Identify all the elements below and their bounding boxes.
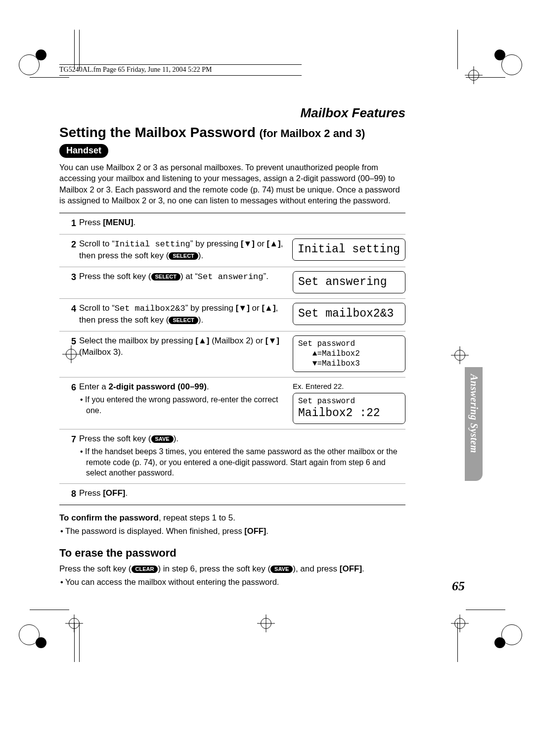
step-5: 5 Select the mailbox by pressing [▲] (Ma… bbox=[59, 331, 405, 378]
step-4: 4 Scroll to “Set mailbox2&3” by pressing… bbox=[59, 299, 405, 331]
text: , repeat steps 1 to 5. bbox=[159, 513, 235, 522]
text: Press bbox=[79, 218, 103, 227]
text: . bbox=[134, 218, 136, 227]
text-bold: 2-digit password (00–99) bbox=[109, 382, 207, 391]
lcd-line: Set password bbox=[298, 396, 400, 406]
regmark-bl bbox=[19, 619, 48, 649]
text: Scroll to “ bbox=[79, 303, 115, 313]
lcd-text-inline: Set answering bbox=[198, 272, 264, 282]
regmark-tr bbox=[492, 49, 522, 79]
text: ), and press bbox=[293, 564, 340, 573]
regmark-tl bbox=[19, 49, 48, 79]
select-softkey-icon: SELECT bbox=[151, 273, 180, 281]
step-number: 1 bbox=[59, 217, 79, 229]
cropline bbox=[79, 622, 80, 662]
title-sub: (for Mailbox 2 and 3) bbox=[260, 127, 365, 140]
up-arrow-key: [▲] bbox=[262, 303, 275, 313]
select-softkey-icon: SELECT bbox=[169, 252, 198, 260]
step-bullet: If you entered the wrong password, re-en… bbox=[79, 394, 288, 416]
page-number: 65 bbox=[452, 579, 465, 594]
lcd-display: Set answering bbox=[293, 271, 405, 293]
down-arrow-key: [▼] bbox=[266, 336, 279, 345]
off-key: [OFF] bbox=[340, 564, 362, 573]
step-7: 7 Press the soft key (SAVE). If the hand… bbox=[59, 429, 405, 484]
text: ). bbox=[198, 251, 203, 260]
text: Enter a bbox=[79, 382, 109, 391]
save-softkey-icon: SAVE bbox=[151, 435, 174, 443]
cropline bbox=[457, 622, 458, 662]
step-bullet: If the handset beeps 3 times, you entere… bbox=[79, 446, 405, 478]
step-2: 2 Scroll to “Initial setting” by pressin… bbox=[59, 235, 405, 267]
cropline bbox=[30, 610, 69, 610]
text: ). bbox=[174, 434, 178, 443]
text: Scroll to “ bbox=[79, 239, 115, 248]
step-number: 8 bbox=[59, 488, 79, 500]
off-key: [OFF] bbox=[103, 488, 125, 498]
up-arrow-key: [▲] bbox=[267, 239, 281, 248]
save-softkey-icon: SAVE bbox=[270, 566, 293, 573]
erase-bullet: You can access the mailbox without enter… bbox=[59, 576, 405, 588]
text: ) at “ bbox=[180, 272, 198, 281]
confirm-section: To confirm the password, repeat steps 1 … bbox=[59, 512, 405, 588]
text: ” by pressing bbox=[190, 239, 241, 248]
lcd-line: Set mailbox2&3 bbox=[298, 306, 400, 322]
lcd-display: Initial setting bbox=[292, 238, 405, 261]
step-1: 1 Press [MENU]. bbox=[59, 213, 405, 235]
lcd-line: Set password bbox=[298, 339, 400, 349]
lcd-display: Set mailbox2&3 bbox=[293, 303, 405, 325]
cropline bbox=[466, 77, 505, 78]
cropline bbox=[466, 610, 505, 610]
title-main: Setting the Mailbox Password bbox=[59, 125, 260, 140]
step-3: 3 Press the soft key (SELECT) at “Set an… bbox=[59, 267, 405, 299]
file-tag: TG5240AL.fm Page 65 Friday, June 11, 200… bbox=[59, 64, 302, 76]
text: Press the soft key ( bbox=[79, 272, 151, 281]
section-header: Mailbox Features bbox=[59, 105, 405, 121]
step-8: 8 Press [OFF]. bbox=[59, 484, 405, 505]
confirm-bullet: The password is displayed. When finished… bbox=[59, 525, 405, 537]
step-number: 2 bbox=[59, 238, 79, 250]
cropline bbox=[74, 30, 75, 69]
lcd-line: ▼=Mailbox3 bbox=[298, 359, 400, 369]
text: or bbox=[255, 239, 267, 248]
crossmark-bc bbox=[257, 614, 275, 632]
step-number: 5 bbox=[59, 335, 79, 347]
steps-list: 1 Press [MENU]. 2 Scroll to “Initial set… bbox=[59, 213, 405, 505]
up-arrow-key: [▲] bbox=[195, 336, 209, 345]
step-number: 3 bbox=[59, 271, 79, 283]
text: The password is displayed. When finished… bbox=[65, 526, 244, 535]
text: . bbox=[362, 564, 364, 573]
lcd-text-inline: Set mailbox2&3 bbox=[115, 304, 185, 313]
lcd-display: Set password Mailbox2 :22 bbox=[293, 393, 405, 424]
lcd-text-inline: Initial setting bbox=[115, 239, 190, 249]
off-key: [OFF] bbox=[244, 526, 266, 535]
handset-pill: Handset bbox=[59, 144, 108, 158]
intro-paragraph: You can use Mailbox 2 or 3 as personal m… bbox=[59, 162, 405, 206]
step-6: 6 Enter a 2-digit password (00–99). If y… bbox=[59, 378, 405, 429]
text: (Mailbox 2) or bbox=[209, 336, 265, 345]
text: ). bbox=[198, 315, 203, 325]
clear-softkey-icon: CLEAR bbox=[132, 566, 158, 573]
lcd-line: Set answering bbox=[298, 275, 400, 290]
regmark-br bbox=[492, 619, 522, 649]
text: Press the soft key ( bbox=[79, 434, 151, 443]
cropline bbox=[79, 30, 80, 69]
cropline bbox=[457, 30, 458, 69]
text: . bbox=[266, 526, 268, 535]
text: or bbox=[250, 303, 262, 313]
text: ”. bbox=[263, 272, 268, 281]
step-number: 4 bbox=[59, 303, 79, 315]
text: ) in step 6, press the soft key ( bbox=[158, 564, 270, 573]
down-arrow-key: [▼] bbox=[236, 303, 250, 313]
text: Press the soft key ( bbox=[59, 564, 132, 573]
cropline bbox=[74, 622, 75, 662]
lcd-line: Initial setting bbox=[298, 242, 400, 257]
confirm-lead: To confirm the password bbox=[59, 513, 159, 522]
text: . bbox=[207, 382, 209, 391]
text: ” by pressing bbox=[185, 303, 236, 313]
lcd-line: ▲=Mailbox2 bbox=[298, 349, 400, 359]
side-tab-label: Answering System bbox=[468, 374, 480, 453]
text: . bbox=[126, 488, 128, 498]
down-arrow-key: [▼] bbox=[241, 239, 255, 248]
crossmark-tr bbox=[465, 66, 483, 84]
lcd-line: Mailbox2 :22 bbox=[298, 406, 400, 421]
